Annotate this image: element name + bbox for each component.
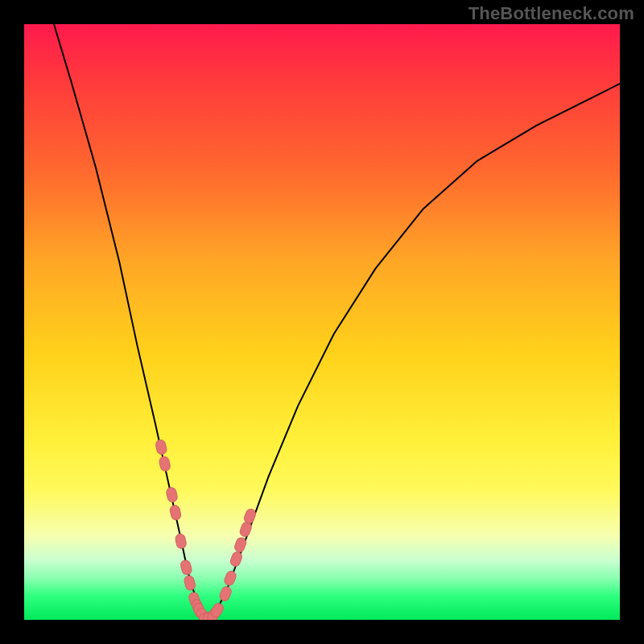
point-marker <box>223 570 237 587</box>
chart-svg <box>24 24 620 620</box>
point-marker <box>155 439 167 455</box>
point-marker <box>180 559 192 576</box>
watermark-text: TheBottleneck.com <box>469 3 634 24</box>
curve-line <box>54 24 620 620</box>
point-marker <box>175 533 188 549</box>
highlighted-points <box>155 439 257 620</box>
point-marker <box>159 456 171 472</box>
point-marker <box>184 575 196 591</box>
bottleneck-curve-path <box>54 24 620 620</box>
point-marker <box>218 585 233 602</box>
plot-area <box>24 24 620 620</box>
point-marker <box>169 505 182 521</box>
chart-frame: TheBottleneck.com <box>0 0 644 644</box>
point-marker <box>166 487 179 503</box>
